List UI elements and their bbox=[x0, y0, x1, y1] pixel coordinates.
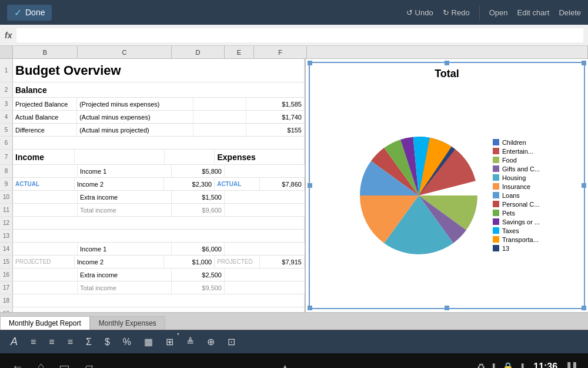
percent-button[interactable]: % bbox=[119, 334, 135, 350]
rows-area: 1 Budget Overview 2 Balance 3 Projected … bbox=[0, 59, 305, 312]
row-num: 9 bbox=[0, 178, 13, 190]
legend-label: Taxes bbox=[502, 227, 519, 234]
legend-color-entertain bbox=[493, 148, 499, 154]
cell: $1,000 bbox=[164, 256, 215, 268]
sort-button[interactable]: ≜ bbox=[183, 334, 198, 350]
cell: Extra income bbox=[78, 191, 172, 203]
toolbar-divider bbox=[479, 5, 480, 19]
align-center-button[interactable]: ≡ bbox=[45, 334, 58, 350]
redo-button[interactable]: ↻ Redo bbox=[443, 8, 470, 17]
fx-label: fx bbox=[5, 31, 12, 40]
cell bbox=[13, 281, 78, 294]
legend-item: Savings or ... bbox=[493, 218, 540, 226]
chart-content: Children Entertain... Food Gifts and C..… bbox=[310, 82, 584, 308]
legend-color-personal bbox=[493, 201, 499, 207]
cell: Actual Balance bbox=[13, 111, 77, 123]
cell: $2,500 bbox=[172, 268, 225, 281]
open-button[interactable]: Open bbox=[489, 8, 508, 17]
row-num: 17 bbox=[0, 281, 13, 294]
resize-handle-br[interactable] bbox=[582, 306, 586, 310]
cell: Total income bbox=[78, 204, 172, 216]
home-icon[interactable]: ⌂ bbox=[38, 360, 45, 368]
legend-label: Personal C... bbox=[502, 201, 540, 208]
col-header-b: B bbox=[13, 46, 78, 58]
formula-input[interactable] bbox=[16, 28, 583, 42]
table-row: 10 Extra income $1,500 bbox=[0, 191, 305, 204]
col-header-e: E bbox=[225, 46, 254, 58]
legend-label: Pets bbox=[502, 210, 515, 217]
table-row: 1 Budget Overview bbox=[0, 59, 305, 82]
legend-color-children bbox=[493, 139, 499, 145]
legend-color-gifts bbox=[493, 165, 499, 172]
cell: Extra income bbox=[78, 268, 172, 281]
cell: (Actual minus projected) bbox=[77, 124, 193, 136]
row-num: 15 bbox=[0, 256, 13, 268]
spreadsheet-container: 1 Budget Overview 2 Balance 3 Projected … bbox=[0, 59, 588, 312]
cell: $155 bbox=[246, 124, 305, 136]
cell: $1,585 bbox=[246, 98, 305, 110]
table-row: 11 Total income $9,600 bbox=[0, 204, 305, 217]
cell: Projected Balance bbox=[13, 98, 77, 110]
table-row: 4 Actual Balance (Actual minus expenses)… bbox=[0, 111, 305, 124]
resize-handle-bl[interactable] bbox=[308, 306, 312, 310]
table-button[interactable]: ⊞ ▾ bbox=[162, 334, 177, 350]
actual-label: ACTUAL bbox=[13, 178, 75, 190]
cell: $2,300 bbox=[164, 178, 215, 190]
resize-handle-tr[interactable] bbox=[582, 61, 586, 65]
resize-handle-mr[interactable] bbox=[582, 183, 586, 188]
align-left-button[interactable]: ≡ bbox=[27, 334, 39, 350]
row-num: 1 bbox=[0, 59, 13, 82]
resize-handle-ml[interactable] bbox=[308, 183, 312, 188]
window-icon[interactable]: ▱ bbox=[84, 360, 93, 368]
row-num: 12 bbox=[0, 217, 13, 229]
sheet-tabs: Monthly Budget Report Monthly Expenses bbox=[0, 312, 588, 330]
font-button[interactable]: A bbox=[7, 333, 21, 350]
row-num: 16 bbox=[0, 268, 13, 281]
undo-icon: ↺ bbox=[406, 8, 413, 17]
time-display: 11:36 bbox=[533, 362, 557, 368]
back-icon[interactable]: ← bbox=[12, 360, 24, 368]
cell: $9,500 bbox=[172, 281, 225, 294]
currency-button[interactable]: $ bbox=[101, 334, 113, 350]
table-row: 7 Income Expenses bbox=[0, 150, 305, 165]
cell bbox=[13, 217, 305, 229]
resize-handle-tl[interactable] bbox=[308, 61, 312, 65]
recents-icon[interactable]: ▭ bbox=[59, 360, 70, 368]
freeze-button[interactable]: ⊡ bbox=[224, 334, 239, 350]
tab-monthly-budget-report[interactable]: Monthly Budget Report bbox=[0, 316, 90, 330]
status-icons: ♻ ⬇ 🔒 ⬇ bbox=[477, 362, 526, 369]
table-row: 17 Total income $9,500 bbox=[0, 281, 305, 294]
done-button[interactable]: ✓ Done bbox=[7, 5, 52, 21]
cell bbox=[165, 150, 215, 164]
edit-chart-button[interactable]: Edit chart bbox=[517, 8, 550, 17]
legend-item: Gifts and C... bbox=[493, 165, 540, 173]
legend-color-food bbox=[493, 157, 499, 163]
chart-area: Total bbox=[309, 62, 585, 309]
sum-button[interactable]: Σ bbox=[82, 334, 95, 350]
align-right-button[interactable]: ≡ bbox=[64, 334, 76, 350]
resize-handle-bm[interactable] bbox=[445, 306, 449, 310]
delete-button[interactable]: Delete bbox=[559, 8, 581, 17]
filter-button[interactable]: ⊕ bbox=[203, 334, 218, 350]
tab-monthly-expenses[interactable]: Monthly Expenses bbox=[90, 316, 165, 330]
legend-item: Food bbox=[493, 157, 540, 164]
legend-item: 13 bbox=[493, 245, 540, 252]
sheet-area: 1 Budget Overview 2 Balance 3 Projected … bbox=[0, 59, 306, 312]
up-arrow-icon[interactable]: ▲ bbox=[281, 362, 289, 368]
chart-button[interactable]: ▦ bbox=[141, 334, 156, 350]
nav-left: ← ⌂ ▭ ▱ bbox=[12, 360, 93, 368]
cell bbox=[193, 111, 246, 123]
actual-label: ACTUAL bbox=[215, 178, 259, 190]
battery-icon: ⬇ bbox=[519, 362, 526, 369]
undo-button[interactable]: ↺ Undo bbox=[406, 8, 433, 17]
nav-right: ♻ ⬇ 🔒 ⬇ 11:36 ▐▐ bbox=[477, 362, 576, 369]
resize-handle-tm[interactable] bbox=[445, 61, 449, 65]
col-header-c: C bbox=[78, 46, 172, 58]
cell: (Projected minus expenses) bbox=[77, 98, 193, 110]
cell: Income 1 bbox=[78, 165, 172, 177]
download-icon: ⬇ bbox=[490, 362, 497, 369]
projected-label: PROJECTED bbox=[215, 256, 259, 268]
table-row: 19 bbox=[0, 307, 305, 312]
cell: Total income bbox=[78, 281, 172, 294]
cell bbox=[13, 137, 305, 149]
